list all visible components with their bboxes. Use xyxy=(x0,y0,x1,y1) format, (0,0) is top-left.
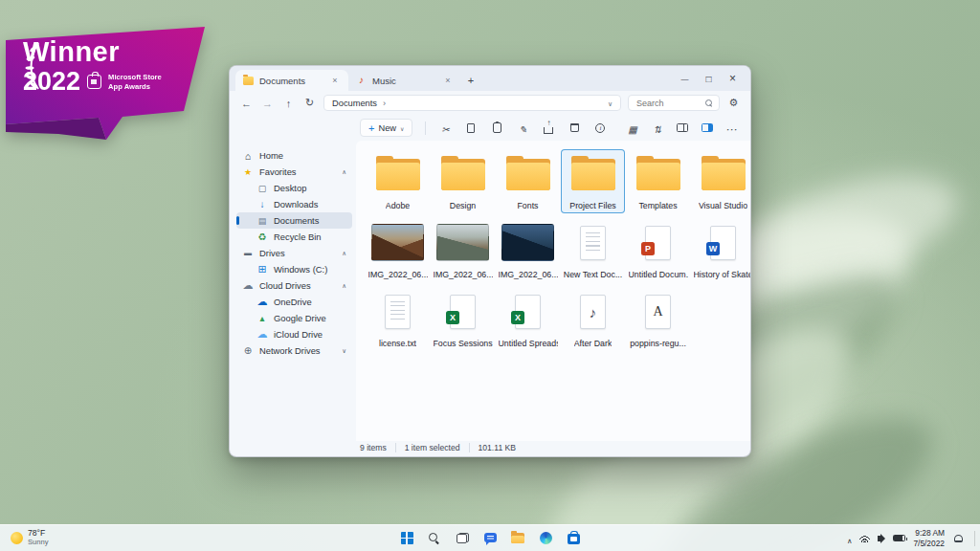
preview-pane-button[interactable] xyxy=(676,121,689,136)
file-item[interactable]: History of Skate... xyxy=(691,218,751,282)
sidebar-item[interactable]: Drives xyxy=(236,245,352,261)
status-bar: 9 items 1 item selected 101.11 KB xyxy=(230,441,750,456)
close-button[interactable] xyxy=(721,68,745,89)
tab-label: Documents xyxy=(259,76,305,86)
chat-button[interactable] xyxy=(481,529,499,548)
file-item[interactable]: Design xyxy=(431,149,495,213)
cut-button[interactable] xyxy=(438,121,452,136)
sidebar-item[interactable]: Home xyxy=(236,147,352,164)
file-item[interactable]: Visual Studio xyxy=(691,149,751,213)
paste-button[interactable] xyxy=(490,121,503,136)
badge-award-line2: App Awards xyxy=(108,82,162,91)
tab[interactable]: Music xyxy=(348,70,461,91)
sidebar-item[interactable]: OneDrive xyxy=(236,294,352,310)
file-label: Design xyxy=(450,201,476,210)
wifi-icon[interactable] xyxy=(859,534,870,542)
sidebar-item[interactable]: Recycle Bin xyxy=(236,229,352,245)
file-icon xyxy=(376,159,420,190)
file-item[interactable]: Untitled Docum... xyxy=(626,218,690,282)
more-options-button[interactable] xyxy=(725,121,739,136)
file-explorer-button[interactable] xyxy=(509,529,526,548)
sidebar-item[interactable]: Downloads xyxy=(236,196,352,212)
properties-button[interactable] xyxy=(593,121,607,136)
file-label: New Text Doc... xyxy=(564,270,622,279)
sidebar-item-label: Home xyxy=(259,150,283,161)
file-item[interactable]: IMG_2022_06... xyxy=(366,218,430,282)
weather-widget[interactable]: 78°F Sunny xyxy=(7,527,53,550)
file-item[interactable]: New Text Doc... xyxy=(561,218,625,282)
file-item[interactable]: license.txt xyxy=(366,287,430,351)
layout-button[interactable] xyxy=(626,121,639,136)
copy-button[interactable] xyxy=(464,121,478,136)
file-item[interactable]: IMG_2022_06... xyxy=(496,218,560,282)
tab-close-icon[interactable] xyxy=(442,76,454,85)
clock-time: 9:28 AM xyxy=(913,528,945,538)
sidebar-item-icon xyxy=(256,264,268,276)
sidebar-item[interactable]: Windows (C:) xyxy=(236,261,352,277)
file-item[interactable]: Project Files xyxy=(561,149,625,213)
address-dropdown-icon[interactable] xyxy=(608,99,612,108)
edge-button[interactable] xyxy=(537,529,554,548)
sidebar-item-icon xyxy=(242,280,254,292)
search-input[interactable] xyxy=(635,98,696,109)
tab[interactable]: Documents xyxy=(235,70,348,91)
sidebar-item-label: iCloud Drive xyxy=(274,329,323,340)
sort-button[interactable] xyxy=(651,121,664,136)
file-item[interactable]: Adobe xyxy=(366,149,430,213)
sidebar-item-label: Network Drives xyxy=(259,345,321,356)
clock[interactable]: 9:28 AM 7/5/2022 xyxy=(913,528,945,547)
file-item[interactable]: Untitled Spreads... xyxy=(496,287,560,351)
volume-icon[interactable] xyxy=(878,536,881,541)
minimize-button[interactable] xyxy=(673,68,697,89)
sidebar-item[interactable]: Google Drive xyxy=(236,310,352,326)
edge-icon xyxy=(540,532,552,544)
items-count: 9 items xyxy=(360,443,395,452)
delete-button[interactable] xyxy=(568,121,581,136)
battery-icon[interactable] xyxy=(893,535,905,541)
file-icon xyxy=(710,226,736,260)
file-item[interactable]: Fonts xyxy=(496,149,560,213)
show-desktop-button[interactable] xyxy=(974,531,975,546)
sidebar-item[interactable]: Network Drives xyxy=(236,342,352,359)
file-item[interactable]: poppins-regu... xyxy=(626,287,690,351)
back-button[interactable] xyxy=(239,98,254,109)
maximize-button[interactable] xyxy=(697,68,721,89)
selection-count: 1 item selected xyxy=(395,443,469,452)
forward-button[interactable] xyxy=(260,98,275,109)
folder-icon xyxy=(511,533,524,543)
file-item[interactable]: Focus Sessions xyxy=(431,287,495,351)
breadcrumb-chevron-icon xyxy=(377,99,386,108)
new-button-label: New xyxy=(378,123,396,133)
sidebar-item[interactable]: iCloud Drive xyxy=(236,326,352,342)
notification-bell-icon[interactable] xyxy=(954,535,963,542)
sidebar-item[interactable]: Cloud Drives xyxy=(236,277,352,294)
start-button[interactable] xyxy=(398,529,415,548)
rename-button[interactable] xyxy=(516,121,529,136)
command-bar: New xyxy=(230,115,750,141)
task-view-button[interactable] xyxy=(454,529,471,548)
file-item[interactable]: IMG_2022_06... xyxy=(431,218,495,282)
details-pane-button[interactable] xyxy=(701,121,714,136)
tab-label: Music xyxy=(372,76,396,86)
file-label: IMG_2022_06... xyxy=(499,270,558,279)
tab-close-icon[interactable] xyxy=(329,76,341,85)
settings-button[interactable] xyxy=(726,97,741,109)
new-tab-button[interactable] xyxy=(461,70,480,91)
file-item[interactable]: After Dark xyxy=(561,287,625,351)
new-button[interactable]: New xyxy=(360,119,412,137)
sidebar-item[interactable]: Documents xyxy=(236,212,352,229)
up-button[interactable] xyxy=(281,98,296,109)
taskbar-search-button[interactable] xyxy=(426,529,443,548)
breadcrumb[interactable]: Documents xyxy=(332,99,377,108)
store-button[interactable] xyxy=(565,529,582,548)
sidebar-item[interactable]: Desktop xyxy=(236,180,352,196)
sidebar-item[interactable]: Favorites xyxy=(236,164,352,180)
search-box[interactable] xyxy=(628,95,720,111)
tray-chevron-icon[interactable] xyxy=(847,530,853,547)
file-label: Visual Studio xyxy=(699,201,747,210)
address-bar[interactable]: Documents xyxy=(323,95,621,111)
refresh-button[interactable] xyxy=(302,97,317,109)
share-button[interactable] xyxy=(542,121,555,136)
file-item[interactable]: Templates xyxy=(626,149,690,213)
selection-size: 101.11 KB xyxy=(469,443,525,452)
